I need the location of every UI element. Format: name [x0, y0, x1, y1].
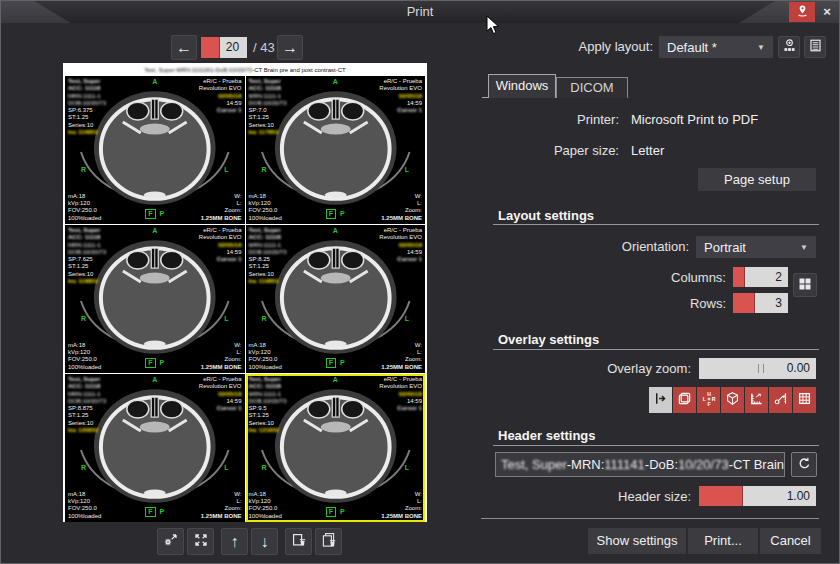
overlay-line: DOB:10/20/73 — [249, 100, 287, 107]
orientation-marker-feet: F — [145, 358, 155, 368]
orientation-marker-feet: F — [145, 209, 155, 219]
overlay-line: ACC: 11118 — [68, 234, 106, 241]
overlay-line: ST:1.25 — [249, 263, 287, 270]
preview-cell[interactable]: Test, SuperACC: 11118MRN:1111-1DOB:10/20… — [246, 225, 426, 373]
delete-page-button[interactable] — [285, 528, 312, 555]
move-page-down-button[interactable]: ↓ — [251, 528, 278, 555]
overlay-line: ST:1.25 — [68, 114, 106, 121]
save-layout-button[interactable] — [778, 36, 800, 58]
overlay-zoom-slider[interactable]: 0.00 — [699, 358, 816, 379]
overlay-line: W: — [381, 193, 422, 200]
svg-text:R: R — [711, 396, 715, 402]
overlay-line: Revolution EVO — [199, 85, 242, 92]
expand-button[interactable] — [187, 528, 214, 555]
overlay-line: DOB:10/20/73 — [68, 398, 106, 405]
layout-settings-divider — [493, 224, 819, 225]
preview-cell[interactable]: Test, SuperACC: 11118MRN:1111-1DOB:10/20… — [65, 76, 245, 224]
orientation-marker-feet: F — [326, 209, 336, 219]
overlay-line: ST:1.25 — [249, 412, 287, 419]
orientation-marker-posterior: P — [160, 358, 165, 368]
pin-button[interactable] — [789, 2, 815, 22]
overlay-line: Inc 118852 — [68, 278, 106, 285]
page-number-spinner[interactable]: 20 — [201, 37, 247, 58]
overlay-layers-button[interactable] — [673, 387, 696, 413]
columns-spinner[interactable]: 2 — [733, 267, 788, 287]
page-setup-button[interactable]: Page setup — [698, 168, 816, 191]
fit-content-button[interactable] — [157, 528, 184, 555]
orientation-marker-left: L — [224, 315, 228, 322]
tab-windows[interactable]: Windows — [488, 74, 556, 98]
orientation-marker-feet: F — [326, 358, 336, 368]
move-page-up-button[interactable]: ↑ — [221, 528, 248, 555]
orientation-marker-posterior: P — [340, 358, 345, 368]
overlay-line: SP:9.5 — [249, 405, 287, 412]
overlay-line: Series:10 — [249, 122, 287, 129]
next-page-button[interactable]: → — [277, 35, 303, 60]
orientation-marker-anterior: A — [65, 376, 245, 383]
grid-layout-button[interactable] — [793, 273, 817, 297]
rows-spinner-fill — [733, 293, 755, 313]
overlay-line: SP:6.375 — [68, 107, 106, 114]
orientation-marker-left: L — [405, 315, 409, 322]
overlay-line: mA:18 — [68, 342, 101, 349]
overlay-line: SP:7.0 — [249, 107, 287, 114]
close-button[interactable]: × — [817, 2, 837, 22]
apply-layout-dropdown[interactable]: Default * ▼ — [659, 36, 773, 58]
preview-cell[interactable]: Test, SuperACC: 11118MRN:1111-1DOB:10/20… — [65, 374, 245, 522]
orientation-marker-right: R — [81, 315, 86, 322]
overlay-line: W: — [381, 342, 422, 349]
orientation-marker-anterior: A — [246, 78, 426, 85]
move-down-icon: ↓ — [261, 534, 269, 550]
overlay-line: Revolution EVO — [379, 85, 422, 92]
grid-2x2-icon — [797, 276, 813, 295]
overlay-orientation-cube-button[interactable] — [721, 387, 744, 413]
overlay-line: SP:7.625 — [68, 256, 106, 263]
overlay-line: Cursor 1 — [199, 405, 242, 412]
orientation-marker-feet: F — [326, 507, 336, 517]
overlay-line: Inc 116852 — [68, 129, 106, 136]
rows-spinner[interactable]: 3 — [733, 293, 788, 313]
preview-cell[interactable]: Test, SuperACC: 11118MRN:1111-1DOB:10/20… — [65, 225, 245, 373]
header-reset-button[interactable] — [791, 452, 817, 477]
overlay-line: 02/05/18 — [199, 242, 242, 249]
overlay-toggle-button[interactable] — [649, 387, 672, 413]
overlay-line: Inc 121852 — [249, 427, 287, 434]
layout-list-button[interactable] — [804, 36, 826, 58]
orientation-marker-bottom: FP — [65, 209, 245, 219]
text-segment: -DoB: — [645, 457, 678, 472]
orientation-letters-icon: HLRF — [701, 391, 717, 410]
orientation-label: Orientation: — [481, 239, 689, 254]
prev-page-button[interactable]: ← — [171, 35, 197, 60]
apply-layout-value: Default * — [667, 40, 717, 55]
overlay-line: kVp:120 — [249, 349, 282, 356]
overlay-table-grid-button[interactable] — [793, 387, 816, 413]
orientation-dropdown[interactable]: Portrait ▼ — [696, 236, 816, 258]
rows-value: 3 — [755, 293, 788, 313]
header-text-input[interactable]: Test, Super-MRN:111141-DoB:10/20/73-CT B… — [495, 452, 785, 477]
header-size-slider[interactable]: 1.00 — [699, 486, 816, 506]
show-settings-button[interactable]: Show settings — [588, 528, 686, 554]
overlay-orientation-letters-button[interactable]: HLRF — [697, 387, 720, 413]
overlay-line: mA:18 — [249, 193, 282, 200]
overlay-line: ACC: 11118 — [249, 85, 287, 92]
overlay-line: MRN:1111-1 — [249, 242, 287, 249]
preview-cell[interactable]: Test, SuperACC: 11118MRN:1111-1DOB:10/20… — [246, 76, 426, 224]
orientation-marker-right: R — [262, 464, 267, 471]
overlay-line: MRN:1111-1 — [68, 391, 106, 398]
svg-text:H: H — [707, 391, 711, 397]
overlay-line: ST:1.25 — [68, 412, 106, 419]
delete-all-pages-button[interactable] — [315, 528, 342, 555]
overlay-key-ruler-button[interactable] — [769, 387, 792, 413]
orientation-marker-left: L — [405, 464, 409, 471]
cell-overlay-top-left: Test, SuperACC: 11118MRN:1111-1DOB:10/20… — [249, 227, 287, 285]
columns-spinner-fill — [733, 267, 745, 287]
tab-dicom[interactable]: DICOM — [556, 77, 628, 98]
overlay-ruler-button[interactable] — [745, 387, 768, 413]
cancel-button[interactable]: Cancel — [760, 528, 821, 554]
orientation-marker-left: L — [224, 166, 228, 173]
print-button[interactable]: Print... — [688, 528, 758, 554]
overlay-line: Series:10 — [68, 122, 106, 129]
preview-cell-selected[interactable]: Test, SuperACC: 11118MRN:1111-1DOB:10/20… — [246, 374, 426, 522]
paper-size-label: Paper size: — [481, 143, 619, 158]
overlay-line: 14:59 — [199, 100, 242, 107]
